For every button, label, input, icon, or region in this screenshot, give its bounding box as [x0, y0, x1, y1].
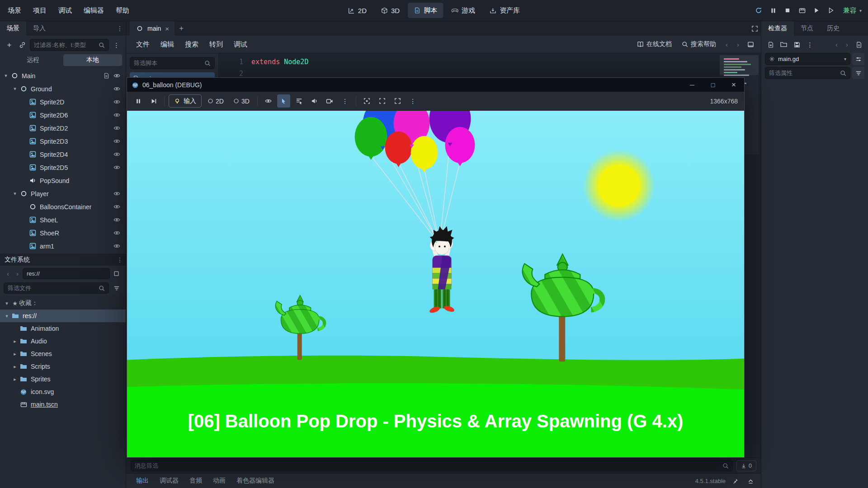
- menu-debug[interactable]: 调试: [228, 40, 253, 49]
- menu-editor[interactable]: 编辑器: [78, 0, 110, 21]
- new-resource-button[interactable]: [765, 39, 776, 50]
- scene-node-row[interactable]: PopSound: [0, 174, 126, 187]
- history-forward-icon[interactable]: ›: [13, 268, 22, 279]
- script-icon[interactable]: [101, 70, 112, 81]
- mute-audio-button[interactable]: [308, 94, 321, 108]
- property-filter-field[interactable]: [765, 67, 850, 79]
- scene-node-row[interactable]: Sprite2D4: [0, 148, 126, 161]
- pause-button[interactable]: [766, 4, 780, 18]
- inspector-back-icon[interactable]: ‹: [832, 39, 841, 50]
- menu-goto[interactable]: 转到: [204, 40, 228, 49]
- scene-filter-input[interactable]: [34, 42, 96, 48]
- load-resource-button[interactable]: [778, 39, 789, 50]
- dock-options-menu[interactable]: ⋮: [115, 21, 125, 36]
- camera-override-button[interactable]: [323, 94, 336, 108]
- scene-node-row[interactable]: BalloonsContainer: [0, 200, 126, 213]
- tab-animation[interactable]: 动画: [208, 474, 231, 488]
- shrink-window-button[interactable]: [376, 94, 389, 108]
- menu-file[interactable]: 文件: [131, 40, 155, 49]
- new-tab-button[interactable]: +: [175, 21, 188, 36]
- workspace-script-button[interactable]: 脚本: [408, 3, 443, 18]
- menu-help[interactable]: 帮助: [110, 0, 135, 21]
- frame-capture-button[interactable]: [360, 94, 373, 108]
- play-scene-button[interactable]: [810, 4, 824, 18]
- path-field[interactable]: [23, 268, 110, 279]
- next-frame-button[interactable]: [147, 94, 160, 108]
- menu-edit[interactable]: 编辑: [155, 40, 179, 49]
- filesystem-row[interactable]: Animation: [0, 322, 126, 335]
- add-node-button[interactable]: +: [4, 39, 15, 51]
- pin-bottom-panel-button[interactable]: [729, 475, 741, 487]
- visibility-eye-icon[interactable]: [112, 241, 122, 251]
- scene-node-row[interactable]: Sprite2D: [0, 95, 126, 108]
- select-mode-button[interactable]: [277, 94, 290, 108]
- maximize-button[interactable]: □: [703, 78, 723, 92]
- visibility-eye-icon[interactable]: [112, 149, 122, 160]
- message-filter-field[interactable]: [131, 460, 733, 471]
- fullscreen-button[interactable]: [391, 94, 404, 108]
- script-filter-field[interactable]: [130, 57, 215, 69]
- chevron-down-icon[interactable]: ▾: [2, 73, 10, 79]
- input-mode-button[interactable]: 输入: [169, 94, 202, 108]
- replay-button[interactable]: [752, 4, 766, 18]
- workspace-game-button[interactable]: 游戏: [445, 3, 481, 18]
- save-resource-button[interactable]: [791, 39, 802, 50]
- filesystem-row[interactable]: ▸Scripts: [0, 360, 126, 373]
- visibility-eye-icon[interactable]: [112, 215, 122, 225]
- inspector-forward-icon[interactable]: ›: [843, 39, 851, 50]
- menu-search[interactable]: 搜索: [179, 40, 204, 49]
- favorites-row[interactable]: ▾★收藏：: [0, 297, 126, 310]
- scene-node-row[interactable]: ShoeL: [0, 213, 126, 226]
- visibility-eye-icon[interactable]: [112, 188, 122, 199]
- tab-node[interactable]: 节点: [794, 21, 820, 36]
- more-options-menu[interactable]: ⋮: [339, 94, 352, 108]
- visibility-eye-icon[interactable]: [112, 84, 122, 94]
- file-filter-input[interactable]: [8, 285, 96, 291]
- scene-tree-options-menu[interactable]: ⋮: [111, 39, 122, 51]
- tab-debugger[interactable]: 调试器: [154, 474, 184, 488]
- online-docs-button[interactable]: 在线文档: [633, 38, 675, 51]
- scene-node-row[interactable]: Sprite2D3: [0, 135, 126, 148]
- play-custom-scene-button[interactable]: [824, 4, 838, 18]
- game-viewport[interactable]: [06] Balloon Pop Drop - Physics & Array …: [127, 111, 744, 457]
- mode-2d-radio[interactable]: 2D: [204, 94, 227, 108]
- visibility-eye-icon[interactable]: [112, 136, 122, 146]
- embed-options-menu[interactable]: ⋮: [406, 94, 420, 108]
- tab-inspector[interactable]: 检查器: [761, 21, 794, 36]
- history-back-icon[interactable]: ‹: [4, 268, 12, 279]
- property-sort-button[interactable]: [852, 67, 864, 79]
- resource-tools-button[interactable]: [852, 53, 864, 65]
- expand-bottom-panel-button[interactable]: [745, 475, 756, 487]
- script-tab-main[interactable]: main×: [130, 21, 175, 36]
- tab-output[interactable]: 输出: [131, 474, 154, 488]
- menu-scene[interactable]: 场景: [2, 0, 27, 21]
- chevron-down-icon[interactable]: ▾: [3, 300, 11, 306]
- workspace-2d-button[interactable]: 2D: [342, 3, 373, 18]
- workspace-assetlib-button[interactable]: 资产库: [483, 3, 526, 18]
- visibility-eye-icon[interactable]: [112, 162, 122, 173]
- message-count-badge[interactable]: 0: [736, 460, 756, 471]
- filesystem-row[interactable]: main.tscn: [0, 398, 126, 411]
- distraction-free-button[interactable]: [751, 21, 758, 36]
- open-docs-icon[interactable]: [853, 39, 864, 50]
- visibility-eye-icon[interactable]: [112, 228, 122, 238]
- tab-shader-editor[interactable]: 着色器编辑器: [231, 474, 280, 488]
- scene-node-row[interactable]: ▾Ground: [0, 82, 126, 95]
- local-tab[interactable]: 本地: [63, 54, 122, 66]
- resource-options-menu[interactable]: ⋮: [804, 39, 816, 50]
- scene-node-row[interactable]: arm1: [0, 239, 126, 253]
- pause-game-button[interactable]: [132, 94, 145, 108]
- selection-list-button[interactable]: [292, 94, 306, 108]
- eye-toggle-button[interactable]: [262, 94, 275, 108]
- visibility-eye-icon[interactable]: [112, 70, 122, 81]
- filesystem-row[interactable]: ▸Sprites: [0, 373, 126, 385]
- scene-node-row[interactable]: ▾Main: [0, 69, 126, 82]
- chevron-right-icon[interactable]: ▸: [11, 351, 19, 357]
- remote-tab[interactable]: 远程: [4, 54, 62, 66]
- menu-project[interactable]: 项目: [27, 0, 52, 21]
- chevron-down-icon[interactable]: ▾: [3, 313, 11, 319]
- chevron-right-icon[interactable]: ▸: [11, 364, 19, 370]
- instance-scene-link-button[interactable]: [17, 39, 28, 51]
- chevron-right-icon[interactable]: ▸: [11, 338, 19, 344]
- panel-layout-button[interactable]: [745, 39, 756, 50]
